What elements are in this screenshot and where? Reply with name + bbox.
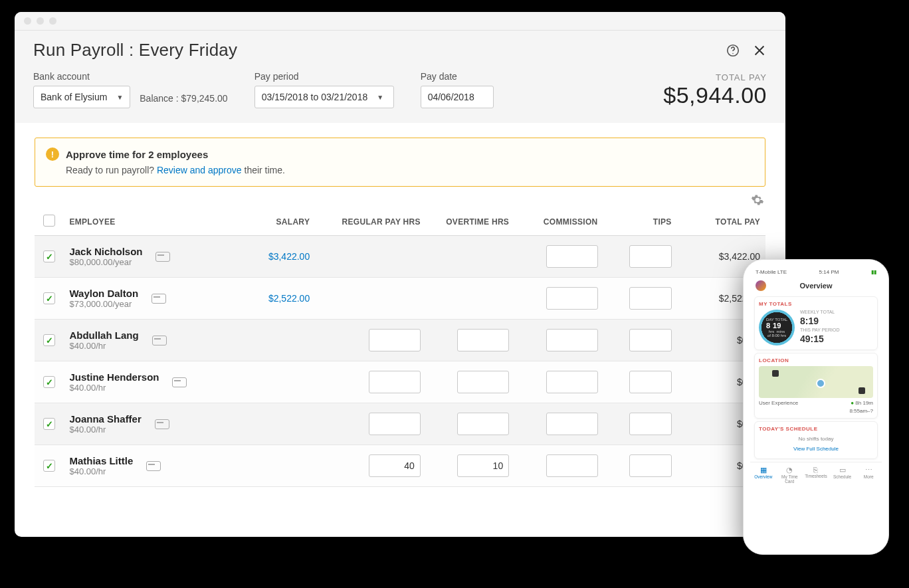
location-timerange: 8:55am–? — [849, 408, 873, 414]
col-employee: EMPLOYEE — [64, 208, 234, 236]
bank-account-label: Bank account — [33, 71, 130, 82]
overtime-hrs-input[interactable] — [457, 454, 509, 477]
employee-rate: $73,000.00/year — [69, 299, 138, 309]
pay-date-input[interactable]: 04/06/2018 — [421, 86, 494, 108]
pay-date-value: 04/06/2018 — [428, 92, 474, 102]
employee-name: Jack Nicholson — [69, 246, 142, 257]
traffic-light-close[interactable] — [24, 17, 31, 25]
map-pin-icon — [816, 379, 825, 388]
table-row: Jack Nicholson $80,000.00/year $3,422.00… — [35, 236, 765, 278]
salary-link[interactable]: $3,422.00 — [268, 251, 310, 262]
employee-name: Abdullah Lang — [69, 330, 138, 341]
chevron-down-icon: ▼ — [377, 94, 383, 101]
tips-input[interactable] — [629, 287, 672, 310]
paycheck-icon[interactable] — [152, 294, 166, 304]
modal-header: Run Payroll : Every Friday Bank account … — [15, 31, 785, 123]
overtime-hrs-input[interactable] — [457, 371, 509, 393]
paycheck-icon[interactable] — [155, 252, 170, 262]
commission-input[interactable] — [546, 245, 598, 268]
paycheck-icon[interactable] — [146, 461, 161, 471]
view-full-schedule-link[interactable]: View Full Schedule — [759, 446, 873, 454]
weekly-total-label: WEEKLY TOTAL — [800, 310, 873, 314]
employee-rate: $40.00/hr — [69, 383, 159, 393]
alert-pre-text: Ready to run payroll? — [66, 165, 157, 175]
phone-time: 5:14 PM — [819, 269, 839, 275]
phone-tab-overview[interactable]: ▦Overview — [750, 462, 777, 487]
bank-account-select[interactable]: Bank of Elysium ▼ — [33, 86, 130, 108]
payroll-modal: Run Payroll : Every Friday Bank account … — [15, 12, 785, 537]
phone-title: Overview — [771, 282, 860, 290]
schedule-heading: TODAY'S SCHEDULE — [759, 426, 873, 432]
col-total: TOTAL PAY — [677, 208, 765, 236]
phone-tabbar: ▦Overview◔My Time Card⎘Timesheets▭Schedu… — [750, 462, 882, 487]
tips-input[interactable] — [629, 371, 672, 393]
employee-name: Joanna Shaffer — [69, 413, 141, 425]
salary-link[interactable]: $2,522.00 — [268, 293, 310, 304]
phone-tab-schedule[interactable]: ▭Schedule — [829, 462, 856, 487]
close-icon[interactable] — [752, 43, 767, 58]
pay-period-label: THIS PAY PERIOD — [800, 328, 873, 332]
avatar[interactable] — [756, 280, 766, 291]
tips-input[interactable] — [629, 329, 672, 351]
total-pay-amount: $5,944.00 — [663, 82, 767, 108]
commission-input[interactable] — [546, 454, 598, 477]
tips-input[interactable] — [629, 413, 672, 435]
col-overtime: OVERTIME HRS — [426, 208, 514, 236]
row-checkbox[interactable] — [43, 460, 55, 472]
regular-hrs-input[interactable] — [369, 413, 421, 435]
phone-tab-more[interactable]: ⋯More — [855, 462, 882, 487]
regular-hrs-input[interactable] — [369, 371, 421, 393]
traffic-light-max[interactable] — [49, 17, 56, 25]
approve-time-alert: ! Approve time for 2 employees Ready to … — [35, 138, 765, 187]
col-salary: SALARY — [234, 208, 315, 236]
regular-hrs-input[interactable] — [369, 454, 421, 477]
col-commission: COMMISSION — [514, 208, 603, 236]
location-heading: LOCATION — [759, 357, 873, 363]
overtime-hrs-input[interactable] — [457, 413, 509, 435]
row-checkbox[interactable] — [43, 334, 55, 346]
bank-account-value: Bank of Elysium — [41, 92, 107, 102]
row-checkbox[interactable] — [43, 418, 55, 430]
warning-icon: ! — [46, 147, 59, 161]
col-regular: REGULAR PAY HRS — [315, 208, 426, 236]
overtime-hrs-input[interactable] — [457, 329, 509, 351]
balance-text: Balance : $79,245.00 — [140, 93, 227, 108]
tips-input[interactable] — [629, 454, 672, 477]
employee-name: Mathias Little — [69, 455, 133, 466]
commission-input[interactable] — [546, 287, 598, 310]
table-row: Abdullah Lang $40.00/hr $0.00 — [35, 320, 765, 361]
paycheck-icon[interactable] — [155, 419, 169, 429]
commission-input[interactable] — [546, 413, 598, 435]
employee-name: Waylon Dalton — [69, 288, 138, 299]
paycheck-icon[interactable] — [152, 336, 167, 345]
location-map[interactable] — [759, 366, 873, 398]
chevron-down-icon: ▼ — [116, 94, 123, 101]
commission-input[interactable] — [546, 329, 598, 351]
pay-period-value: 49:15 — [800, 334, 873, 344]
select-all-checkbox[interactable] — [43, 215, 55, 227]
alert-title: Approve time for 2 employees — [66, 149, 208, 160]
traffic-light-min[interactable] — [37, 17, 44, 25]
phone-tab-timesheets[interactable]: ⎘Timesheets — [803, 462, 829, 487]
row-checkbox[interactable] — [43, 376, 55, 388]
total-pay-label: TOTAL PAY — [663, 72, 767, 82]
review-approve-link[interactable]: Review and approve — [157, 165, 242, 175]
location-name: User Experience — [759, 400, 798, 406]
row-checkbox[interactable] — [43, 250, 55, 262]
commission-input[interactable] — [546, 371, 598, 393]
tips-input[interactable] — [629, 245, 672, 268]
table-row: Justine Henderson $40.00/hr $0.00 — [35, 361, 765, 403]
regular-hrs-input[interactable] — [369, 329, 421, 351]
help-icon[interactable] — [726, 43, 740, 58]
gear-icon[interactable] — [751, 193, 764, 207]
employee-name: Justine Henderson — [69, 371, 159, 383]
pay-period-select[interactable]: 03/15/2018 to 03/21/2018 ▼ — [254, 86, 394, 108]
paycheck-icon[interactable] — [172, 377, 187, 387]
employee-rate: $40.00/hr — [69, 341, 138, 351]
table-row: Waylon Dalton $73,000.00/year $2,522.00 … — [35, 278, 765, 320]
row-checkbox[interactable] — [43, 292, 55, 304]
phone-tab-my-time-card[interactable]: ◔My Time Card — [777, 462, 803, 487]
payroll-table: EMPLOYEE SALARY REGULAR PAY HRS OVERTIME… — [35, 208, 765, 487]
map-marker-icon — [772, 370, 779, 377]
employee-rate: $80,000.00/year — [69, 257, 142, 267]
